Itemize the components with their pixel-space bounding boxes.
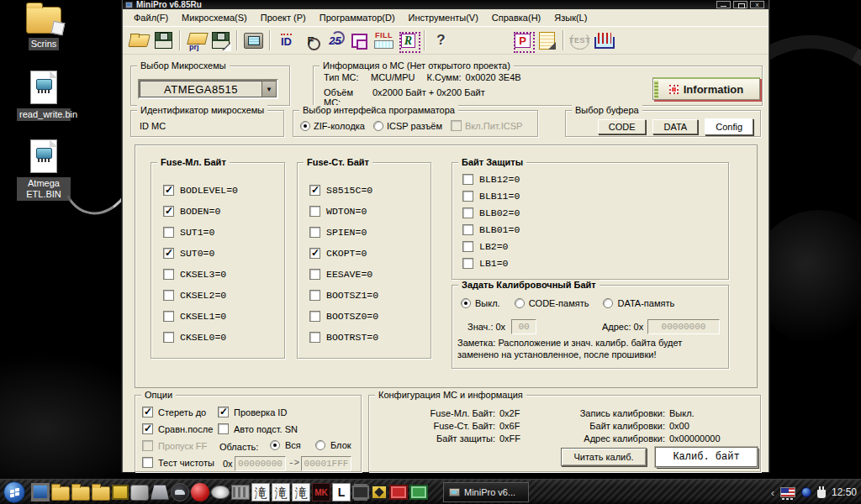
lock-option[interactable]: BLB12=0 <box>462 174 520 185</box>
ql-folder-icon[interactable] <box>51 486 70 501</box>
checkbox-icon[interactable] <box>462 224 473 235</box>
ql-folder-icon[interactable] <box>71 486 90 501</box>
taskbar-task-minipro[interactable]: MiniPro v6... <box>443 482 529 502</box>
erase-before-checkbox[interactable]: Стереть до <box>142 407 206 417</box>
ql-folder-icon[interactable] <box>92 486 110 501</box>
ql-keys-icon[interactable] <box>130 485 149 501</box>
read-chip-icon[interactable]: R <box>397 29 420 52</box>
desktop-icon-atmega-etl-bin[interactable]: Atmega ETL.BIN <box>5 139 82 201</box>
ql-red-orb-icon[interactable] <box>191 483 209 501</box>
checkbox-icon[interactable] <box>309 206 320 217</box>
zif-radio[interactable]: ZIF-колодка <box>300 121 365 131</box>
fuse-option[interactable]: CKSEL3=0 <box>163 269 238 280</box>
read-id-icon[interactable]: ID <box>275 29 298 52</box>
calib-code-radio[interactable]: CODE-память <box>515 298 589 308</box>
fuse-option[interactable]: BODLEVEL=0 <box>163 185 238 196</box>
calib-value-input[interactable]: 00 <box>511 319 536 334</box>
device-icon[interactable] <box>242 29 265 52</box>
checkbox-icon[interactable] <box>462 207 473 218</box>
radio-icon[interactable] <box>315 440 325 450</box>
radio-icon[interactable] <box>373 121 383 131</box>
ql-monitor-icon[interactable] <box>31 483 50 501</box>
desktop-icon-read-write-bin[interactable]: read_write.bin <box>5 71 82 121</box>
area-all-radio[interactable]: Вся <box>270 440 301 450</box>
checkbox-icon[interactable] <box>142 407 153 417</box>
calib-off-radio[interactable]: Выкл. <box>461 298 500 308</box>
ql-chip-icon[interactable] <box>352 486 369 499</box>
range-from-input[interactable]: 00000000 <box>235 456 286 471</box>
fuse-option[interactable]: BOOTSZ0=0 <box>309 311 378 322</box>
checkbox-icon[interactable] <box>309 227 320 238</box>
ql-film-icon[interactable] <box>231 485 250 500</box>
ql-mk-icon[interactable]: MK <box>312 483 330 501</box>
open-project-icon[interactable]: prj <box>185 29 208 52</box>
checkbox-icon[interactable] <box>309 290 320 301</box>
checkbox-icon[interactable] <box>309 269 320 280</box>
fuse-option[interactable]: SUT0=0 <box>163 248 238 259</box>
bluetooth-icon[interactable] <box>801 487 811 497</box>
ql-kanji-icon[interactable]: 滝 <box>251 483 270 501</box>
ql-red-chip-icon[interactable] <box>389 485 408 500</box>
radio-icon[interactable] <box>515 298 525 308</box>
checkbox-icon[interactable] <box>309 332 320 343</box>
lock-option[interactable]: BLB11=0 <box>462 191 520 202</box>
menu-item[interactable]: Файл(F) <box>127 11 175 24</box>
ql-green-chip-icon[interactable] <box>409 485 428 500</box>
fuse-option[interactable]: BOOTRST=0 <box>309 332 378 343</box>
read-calib-button[interactable]: Читать калиб. <box>561 448 647 466</box>
lock-option[interactable]: LB2=0 <box>462 241 520 252</box>
title-bar[interactable]: MiniPro v6.85Ru <box>123 0 769 9</box>
checkbox-icon[interactable] <box>163 290 174 301</box>
menu-item[interactable]: Микросхема(S) <box>175 11 254 24</box>
buffer-tab[interactable]: CODE <box>598 119 647 134</box>
checkbox-icon[interactable] <box>218 423 229 434</box>
lock-option[interactable]: BLB02=0 <box>462 207 520 218</box>
checkbox-icon[interactable] <box>163 311 174 322</box>
area-block-radio[interactable]: Блок <box>315 440 351 450</box>
checkbox-icon[interactable] <box>163 227 174 238</box>
test-icon[interactable]: TEST <box>568 29 591 52</box>
information-button[interactable]: Information <box>652 77 760 100</box>
taskbar-clock[interactable]: 12:50 <box>832 486 857 498</box>
menu-item[interactable]: Инструменты(V) <box>402 11 485 24</box>
radio-icon[interactable] <box>461 298 471 308</box>
blank-test-checkbox[interactable]: Тест чистоты <box>142 457 214 468</box>
fuse-option[interactable]: S8515C=0 <box>309 185 378 196</box>
close-button[interactable] <box>750 1 764 8</box>
buffer-tab[interactable]: DATA <box>652 119 698 134</box>
fuse-option[interactable]: CKSEL2=0 <box>163 290 238 301</box>
checkbox-icon[interactable] <box>163 248 174 259</box>
verify-icon[interactable]: F <box>299 29 322 52</box>
checkbox-icon[interactable] <box>142 457 153 468</box>
minimize-button[interactable] <box>716 1 731 8</box>
save-file-icon[interactable] <box>152 29 175 52</box>
ql-hazard-icon[interactable] <box>371 485 388 500</box>
checkbox-icon[interactable] <box>309 248 320 259</box>
checkbox-icon[interactable] <box>163 206 174 217</box>
radio-icon[interactable] <box>300 121 310 131</box>
save-project-icon[interactable] <box>209 29 232 52</box>
check-id-checkbox[interactable]: Проверка ID <box>218 407 287 417</box>
power-plug-icon[interactable] <box>817 490 826 498</box>
fill-icon[interactable]: FILL <box>372 29 395 52</box>
radio-icon[interactable] <box>270 440 280 450</box>
calib-addr-input[interactable]: 00000000 <box>647 319 720 334</box>
fuse-option[interactable]: SUT1=0 <box>163 227 238 238</box>
menu-item[interactable]: Проект (P) <box>254 11 313 24</box>
checkbox-icon[interactable] <box>163 332 174 343</box>
menu-item[interactable]: Язык(L) <box>547 11 594 24</box>
radio-icon[interactable] <box>603 298 613 308</box>
checkbox-icon[interactable] <box>163 269 174 280</box>
fuse-option[interactable]: WDTON=0 <box>309 206 378 217</box>
tray-expand-icon[interactable]: ‹ <box>771 486 774 499</box>
fuse-option[interactable]: BOOTSZ1=0 <box>309 290 378 301</box>
language-flag-icon[interactable] <box>780 487 795 497</box>
ql-car-icon[interactable] <box>171 483 189 501</box>
ql-sign-icon[interactable] <box>112 485 129 500</box>
chevron-down-icon[interactable]: ▼ <box>261 81 277 97</box>
auto-sn-checkbox[interactable]: Авто подст. SN <box>218 423 298 434</box>
start-button[interactable] <box>3 481 25 503</box>
checkbox-icon[interactable] <box>462 191 473 202</box>
help-icon[interactable]: ? <box>430 29 452 52</box>
maximize-button[interactable] <box>733 1 747 8</box>
